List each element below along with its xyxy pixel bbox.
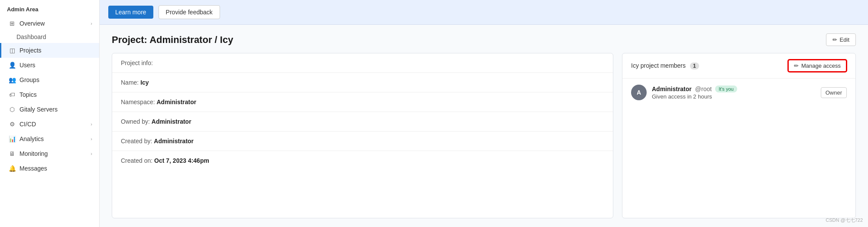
monitoring-chevron-icon: › xyxy=(91,151,92,156)
sidebar-item-dashboard[interactable]: Dashboard xyxy=(0,31,99,43)
member-username: @root xyxy=(695,86,712,92)
project-created-by-row: Created by: Administrator xyxy=(112,132,613,151)
project-info-label: Project info: xyxy=(121,59,153,66)
created-on-label: Created on: xyxy=(121,157,152,164)
content-area: Project info: Name: Icy Namespace: Admin… xyxy=(100,53,868,227)
cicd-icon: ⚙ xyxy=(8,120,16,128)
analytics-icon: 📊 xyxy=(8,135,16,143)
namespace-value: Administrator xyxy=(156,99,196,105)
member-role-badge: Owner xyxy=(821,87,847,98)
manage-access-button[interactable]: ✏ Manage access xyxy=(788,59,847,72)
overview-icon: ⊞ xyxy=(8,20,16,27)
sidebar-item-label-messages: Messages xyxy=(19,165,47,172)
namespace-label: Namespace: xyxy=(121,99,155,105)
project-namespace-row: Namespace: Administrator xyxy=(112,92,613,112)
sidebar-item-label-topics: Topics xyxy=(19,91,37,98)
sidebar-item-messages[interactable]: 🔔 Messages xyxy=(0,161,99,176)
analytics-chevron-icon: › xyxy=(91,136,92,141)
project-info-card: Project info: Name: Icy Namespace: Admin… xyxy=(112,53,613,218)
sidebar-item-label-groups: Groups xyxy=(19,76,39,83)
owned-by-label: Owned by: xyxy=(121,118,150,125)
sidebar-item-analytics[interactable]: 📊 Analytics › xyxy=(0,132,99,146)
sidebar-item-gitaly-servers[interactable]: ⬡ Gitaly Servers xyxy=(0,102,99,117)
sidebar-item-groups[interactable]: 👥 Groups xyxy=(0,72,99,87)
sidebar-item-label-projects: Projects xyxy=(19,47,42,54)
owned-by-value: Administrator xyxy=(152,118,191,125)
sidebar-item-overview[interactable]: ⊞ Overview › xyxy=(0,16,99,31)
main-content: Learn more Provide feedback Project: Adm… xyxy=(100,0,868,227)
sidebar-item-projects[interactable]: ◫ Projects xyxy=(0,43,99,58)
member-access-label: Given access in 2 hours xyxy=(652,93,816,100)
sidebar-item-label-dashboard: Dashboard xyxy=(16,33,46,40)
created-by-label: Created by: xyxy=(121,138,152,145)
project-name-row: Name: Icy xyxy=(112,73,613,92)
sidebar: Admin Area ⊞ Overview › Dashboard ◫ Proj… xyxy=(0,0,100,227)
top-banner: Learn more Provide feedback xyxy=(100,0,868,25)
created-by-value: Administrator xyxy=(154,138,194,145)
sidebar-item-label-monitoring: Monitoring xyxy=(19,150,48,157)
watermark: CSDN @七七722 xyxy=(826,217,863,224)
members-title: Icy project members xyxy=(631,62,686,69)
name-label: Name: xyxy=(121,79,139,86)
chevron-icon: › xyxy=(91,21,92,26)
members-card: Icy project members 1 ✏ Manage access A … xyxy=(622,53,856,218)
admin-area-label: Admin Area xyxy=(0,0,99,16)
created-on-value: Oct 7, 2023 4:46pm xyxy=(154,157,209,164)
member-info: Administrator @root It's you Given acces… xyxy=(652,86,816,100)
avatar: A xyxy=(631,85,647,100)
monitoring-icon: 🖥 xyxy=(8,150,16,158)
edit-label: Edit xyxy=(840,36,849,43)
sidebar-item-label-overview: Overview xyxy=(19,20,45,27)
sidebar-item-label-gitaly: Gitaly Servers xyxy=(19,106,58,113)
users-icon: 👤 xyxy=(8,61,16,69)
manage-access-label: Manage access xyxy=(801,63,841,69)
page-header: Project: Administrator / Icy ✏ Edit xyxy=(100,25,868,53)
edit-button[interactable]: ✏ Edit xyxy=(826,33,856,46)
manage-access-icon: ✏ xyxy=(794,63,799,69)
projects-icon: ◫ xyxy=(8,46,16,54)
project-created-on-row: Created on: Oct 7, 2023 4:46pm xyxy=(112,151,613,170)
avatar-initials: A xyxy=(637,89,641,96)
sidebar-item-monitoring[interactable]: 🖥 Monitoring › xyxy=(0,146,99,161)
project-owned-by-row: Owned by: Administrator xyxy=(112,112,613,132)
name-value: Icy xyxy=(140,79,149,86)
cicd-chevron-icon: › xyxy=(91,122,92,127)
sidebar-item-users[interactable]: 👤 Users xyxy=(0,58,99,72)
messages-icon: 🔔 xyxy=(8,164,16,172)
sidebar-item-label-users: Users xyxy=(19,62,36,69)
members-count: 1 xyxy=(690,63,699,69)
project-info-header: Project info: xyxy=(112,53,613,73)
member-row: A Administrator @root It's you Given acc… xyxy=(622,79,855,106)
learn-more-button[interactable]: Learn more xyxy=(108,6,153,19)
member-name-area: Administrator @root It's you xyxy=(652,86,816,92)
topics-icon: 🏷 xyxy=(8,91,16,99)
edit-icon: ✏ xyxy=(832,36,837,43)
members-title-area: Icy project members 1 xyxy=(631,62,699,69)
groups-icon: 👥 xyxy=(8,76,16,84)
sidebar-item-cicd[interactable]: ⚙ CI/CD › xyxy=(0,117,99,132)
its-you-badge: It's you xyxy=(715,86,737,92)
page-title: Project: Administrator / Icy xyxy=(112,34,233,46)
gitaly-icon: ⬡ xyxy=(8,105,16,113)
sidebar-item-topics[interactable]: 🏷 Topics xyxy=(0,87,99,102)
members-header: Icy project members 1 ✏ Manage access xyxy=(622,53,855,79)
sidebar-item-label-analytics: Analytics xyxy=(19,135,44,142)
member-display-name: Administrator xyxy=(652,86,692,92)
provide-feedback-button[interactable]: Provide feedback xyxy=(159,5,220,19)
sidebar-item-label-cicd: CI/CD xyxy=(19,121,36,128)
